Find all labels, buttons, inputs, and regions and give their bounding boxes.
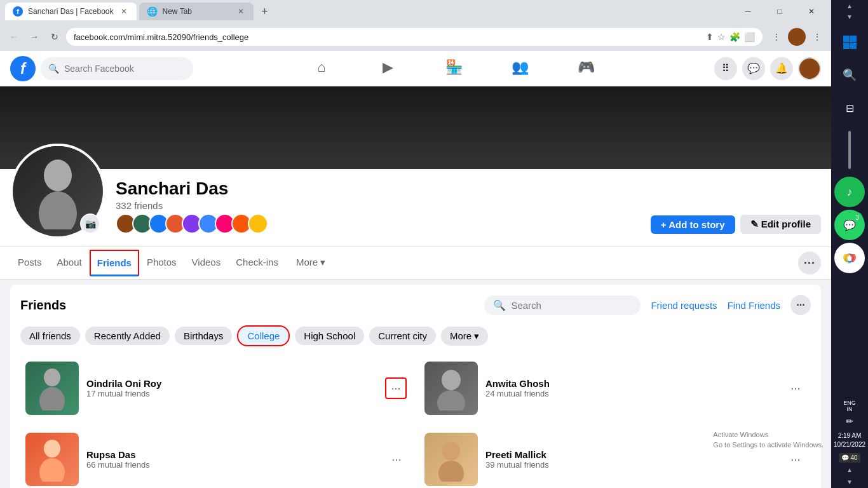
fb-user-avatar[interactable] [798,57,821,80]
friends-header-links: Friend requests Find Friends [651,300,780,311]
fb-nav-marketplace[interactable]: 🏪 [422,53,485,84]
svg-point-4 [442,370,461,390]
friend-details-1: Oindrila Oni Roy 17 mutual friends [86,378,407,398]
extension-icon[interactable]: 🧩 [729,32,740,42]
friend-photo-3 [25,433,79,486]
browser-profile-pic[interactable] [788,28,806,46]
browser-menu-button[interactable]: ⋮ [808,28,826,46]
scroll-down-bottom[interactable]: ▼ [844,476,855,488]
svg-rect-12 [843,43,850,49]
task-view-icon[interactable]: ⊟ [834,93,865,123]
edit-icon[interactable]: ✏ [843,414,856,429]
fb-nav-home[interactable]: ⌂ [290,53,353,84]
svg-rect-13 [850,43,857,49]
filter-high-school[interactable]: High School [295,327,364,345]
filter-recently-added[interactable]: Recently Added [85,327,170,345]
windows-side-icons: 🔍 ⊟ ♪ 💬 3 [834,22,865,398]
fb-search-bar[interactable]: 🔍 [41,57,193,80]
friends-search-bar[interactable]: 🔍 [484,295,641,315]
friends-filters: All friends Recently Added Birthdays Col… [20,325,811,346]
fb-messenger-button[interactable]: 💬 [742,57,765,80]
whatsapp-icon[interactable]: 💬 3 [834,210,865,240]
friend-card-1: Oindrila Oni Roy 17 mutual friends ··· [20,356,412,420]
chrome-logo-svg [843,252,856,264]
whatsapp-badge: 3 [852,212,862,222]
scroll-up-button[interactable]: ▲ [844,0,855,12]
chrome-icon[interactable] [834,243,865,273]
language-indicator[interactable]: ENG IN [842,398,857,414]
fb-search-input[interactable] [64,64,186,74]
svg-point-9 [438,461,464,482]
windows-start-icon[interactable] [834,27,865,57]
new-tab-button[interactable]: + [256,3,274,20]
edit-profile-button[interactable]: ✎ Edit profile [740,215,822,234]
find-friends-link[interactable]: Find Friends [728,300,780,311]
friend-menu-button-3[interactable]: ··· [386,449,407,470]
scroll-down-near-top[interactable]: ▼ [845,12,854,22]
friend-avatars-row [116,214,641,234]
tab-title-newtab: New Tab [163,7,231,16]
svg-rect-11 [850,36,857,42]
profile-nav-videos[interactable]: Videos [184,249,229,277]
friends-section-title: Friends [20,298,474,313]
clock-time: 2:19 AM [834,431,865,440]
filter-college[interactable]: College [237,325,290,346]
fb-header: f 🔍 ⌂ ▶ 🏪 👥 🎮 ⠿ 💬 🔔 [0,51,831,86]
profile-nav-about[interactable]: About [50,249,90,277]
friend-menu-button-4[interactable]: ··· [785,449,806,470]
close-button[interactable]: ✕ [797,1,826,22]
minimize-button[interactable]: ─ [733,1,763,22]
fb-nav-groups[interactable]: 👥 [488,53,552,84]
system-clock[interactable]: 2:19 AM 10/21/2022 [831,429,868,452]
friend-name-3: Rupsa Das [86,449,407,460]
friend-menu-button-1[interactable]: ··· [385,377,407,399]
profile-nav-checkins[interactable]: Check-ins [228,249,286,277]
filter-current-city[interactable]: Current city [369,327,436,345]
spotify-icon[interactable]: ♪ [834,177,865,207]
star-icon[interactable]: ☆ [717,32,726,42]
tab-close-facebook[interactable]: ✕ [119,6,129,17]
filter-all-friends[interactable]: All friends [20,327,80,345]
profile-pic-container: 📷 [10,144,105,239]
notification-center-button[interactable]: 💬40 [839,453,860,463]
fb-logo[interactable]: f [10,56,36,81]
friend-2-svg [435,366,467,410]
friends-options-button[interactable]: ··· [790,295,811,315]
profile-nav-photos[interactable]: Photos [139,249,184,277]
friend-requests-link[interactable]: Friend requests [651,300,717,311]
filter-more[interactable]: More ▾ [441,327,488,346]
back-button[interactable]: ← [5,28,23,46]
pip-icon[interactable]: ⬜ [744,32,755,42]
filter-birthdays[interactable]: Birthdays [175,327,233,345]
profile-nav-more[interactable]: More ▾ [288,249,333,278]
maximize-button[interactable]: □ [765,1,794,22]
windows-logo-svg [842,34,857,50]
fb-notifications-button[interactable]: 🔔 [770,57,793,80]
profile-nav-posts[interactable]: Posts [10,249,50,277]
fb-content: f 🔍 ⌂ ▶ 🏪 👥 🎮 ⠿ 💬 🔔 [0,51,831,488]
refresh-button[interactable]: ↻ [46,28,64,46]
more-tools-button[interactable]: ⋮ [768,28,785,46]
fb-grid-button[interactable]: ⠿ [714,57,737,80]
add-to-story-button[interactable]: + Add to story [651,215,735,234]
windows-search-icon[interactable]: 🔍 [834,60,865,90]
url-bar[interactable]: facebook.com/mimi.mitra.52090/friends_co… [66,28,763,46]
profile-nav-dots[interactable]: ··· [798,252,821,274]
fb-search-icon: 🔍 [48,64,59,74]
tab-facebook[interactable]: f Sanchari Das | Facebook ✕ [5,3,137,20]
tab-favicon-facebook: f [13,6,23,17]
notification-count: 40 [850,454,857,461]
scroll-up-bottom[interactable]: ▲ [844,464,855,476]
share-icon[interactable]: ⬆ [706,32,714,42]
profile-nav-friends[interactable]: Friends [90,250,139,276]
fb-nav-gaming[interactable]: 🎮 [554,53,618,84]
fb-nav-video[interactable]: ▶ [356,53,419,84]
svg-point-3 [39,387,65,410]
tab-newtab[interactable]: 🌐 New Tab ✕ [139,3,254,20]
tab-close-newtab[interactable]: ✕ [236,6,246,17]
forward-button[interactable]: → [25,28,43,46]
friends-search-input[interactable] [511,300,632,311]
svg-point-1 [39,191,77,229]
friend-menu-button-2[interactable]: ··· [785,378,806,398]
camera-button[interactable]: 📷 [80,214,100,234]
